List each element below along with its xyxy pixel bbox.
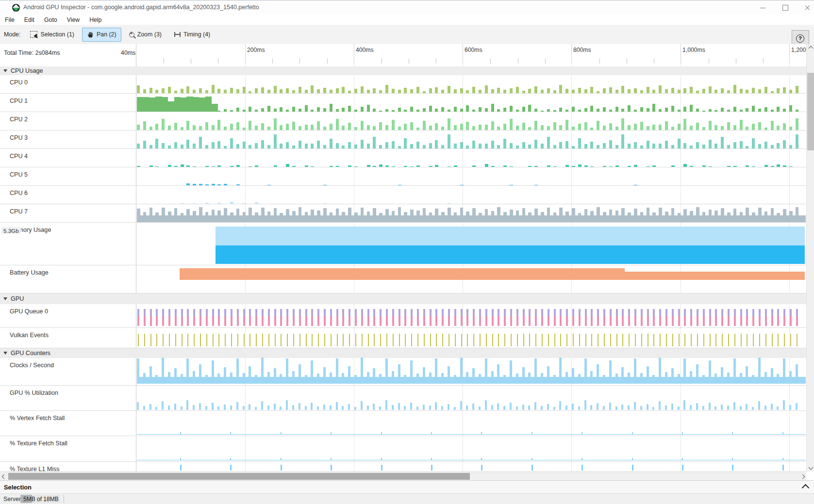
track-label[interactable]: Clocks / Second	[10, 362, 54, 369]
track-row-clocks-second[interactable]: Clocks / Second	[0, 358, 806, 386]
minimize-button[interactable]	[751, 0, 774, 15]
vertical-scroll-thumb[interactable]	[807, 73, 814, 150]
mode-button-pan[interactable]: Pan (2)	[82, 28, 121, 42]
track-label[interactable]: CPU 3	[10, 134, 28, 141]
track-label[interactable]: % Vertex Fetch Stall	[10, 415, 65, 422]
track-row-cpu-5[interactable]: CPU 5	[0, 167, 806, 186]
ruler-minor-tick	[763, 59, 764, 64]
total-time-label: Total Time: 2s084ms	[4, 49, 60, 56]
track-chart-vertex-fetch-stall[interactable]	[136, 411, 806, 436]
usage-bar	[727, 166, 731, 167]
track-row-cpu-2[interactable]: CPU 2	[0, 112, 806, 130]
track-row-vulkan-events[interactable]: Vulkan Events	[0, 328, 806, 348]
track-row-cpu-0[interactable]: CPU 0	[0, 75, 806, 94]
gpu-queue-slice-top	[566, 309, 568, 316]
vulkan-event-tick	[616, 334, 617, 346]
track-chart-cpu-5[interactable]	[136, 167, 806, 185]
mode-button-timing[interactable]: Timing (4)	[169, 28, 215, 41]
timeline-ruler[interactable]: Total Time: 2s084ms 40ms 200ms400ms600ms…	[0, 44, 814, 64]
usage-bar	[634, 124, 637, 130]
scroll-right-button[interactable]	[798, 472, 806, 481]
vertical-scrollbar[interactable]	[806, 44, 814, 471]
track-chart-cpu-0[interactable]	[136, 75, 806, 93]
menu-item-goto[interactable]: Goto	[39, 16, 62, 24]
maximize-button[interactable]	[774, 0, 796, 15]
gpu-queue-slice-top	[137, 309, 139, 316]
track-chart-cpu-6[interactable]	[136, 186, 806, 204]
scroll-down-button[interactable]	[807, 463, 814, 471]
track-label[interactable]: % Texture Fetch Stall	[10, 440, 67, 447]
track-chart-clocks-second[interactable]	[136, 358, 806, 385]
track-label[interactable]: % Texture L1 Miss	[10, 466, 60, 471]
track-row-cpu-3[interactable]: CPU 3	[0, 130, 806, 149]
gpu-queue-slice-bottom	[721, 316, 723, 326]
track-row-cpu-7[interactable]: CPU 7	[0, 204, 806, 223]
track-label[interactable]: CPU 4	[10, 153, 28, 160]
track-row-gpu-utilization[interactable]: GPU % Utilization	[0, 386, 806, 411]
usage-bar	[255, 165, 258, 167]
track-chart-cpu-7[interactable]	[136, 204, 806, 222]
track-chart-vulkan-events[interactable]	[136, 328, 806, 348]
track-row-texture-l1-miss[interactable]: % Texture L1 Miss	[0, 462, 806, 471]
gpu-queue-slice-bottom	[678, 316, 680, 326]
track-label[interactable]: Vulkan Events	[10, 332, 49, 339]
horizontal-scrollbar[interactable]	[0, 471, 806, 481]
track-chart-cpu-3[interactable]	[136, 130, 806, 148]
menu-item-edit[interactable]: Edit	[19, 16, 39, 24]
section-header-gpu-counters[interactable]: GPU Counters	[0, 348, 806, 358]
horizontal-scroll-thumb[interactable]	[8, 473, 470, 480]
track-label[interactable]: GPU Queue 0	[10, 308, 48, 315]
counter-spike	[454, 375, 456, 384]
track-row-battery-usage[interactable]: Battery Usage	[0, 265, 806, 293]
counter-spike	[678, 374, 680, 384]
track-row-cpu-1[interactable]: CPU 1	[0, 94, 806, 112]
scroll-up-button[interactable]	[807, 44, 814, 52]
track-label[interactable]: CPU 7	[10, 208, 28, 215]
menu-item-help[interactable]: Help	[84, 16, 106, 24]
chevron-up-icon[interactable]	[802, 484, 810, 492]
track-chart-cpu-4[interactable]	[136, 149, 806, 167]
section-header-cpu-usage[interactable]: CPU Usage	[0, 66, 806, 75]
collapse-arrow-icon[interactable]	[3, 297, 7, 300]
mode-button-selection[interactable]: Selection (1)	[25, 28, 79, 41]
gpu-queue-slice-bottom	[597, 316, 599, 326]
track-label[interactable]: CPU 5	[10, 171, 28, 178]
gpu-queue-slice-top	[305, 309, 307, 316]
selection-panel-header[interactable]: Selection	[0, 480, 814, 494]
menu-item-file[interactable]: File	[0, 16, 19, 24]
track-row-texture-fetch-stall[interactable]: % Texture Fetch Stall	[0, 436, 806, 462]
track-row-gpu-queue-0[interactable]: GPU Queue 0	[0, 304, 806, 328]
vulkan-event-tick	[573, 334, 574, 346]
section-header-gpu[interactable]: GPU	[0, 293, 806, 304]
collapse-arrow-icon[interactable]	[3, 69, 7, 72]
track-chart-cpu-2[interactable]	[136, 112, 806, 130]
track-row-memory-usage[interactable]: Memory Usage5.3Gb	[0, 223, 806, 265]
usage-bar	[678, 110, 681, 112]
mode-button-zoom[interactable]: Zoom (3)	[124, 28, 166, 41]
track-label[interactable]: CPU 1	[10, 98, 28, 104]
track-label[interactable]: CPU 6	[10, 190, 28, 196]
track-label[interactable]: Battery Usage	[10, 269, 49, 276]
track-label[interactable]: CPU 2	[10, 116, 28, 123]
track-chart-texture-l1-miss[interactable]	[136, 462, 806, 471]
track-label[interactable]: CPU 0	[10, 79, 28, 86]
usage-bar	[702, 127, 705, 130]
scroll-left-button[interactable]	[0, 472, 8, 481]
track-chart-battery-usage[interactable]	[136, 265, 806, 293]
track-row-cpu-4[interactable]: CPU 4	[0, 149, 806, 167]
close-button[interactable]	[796, 0, 814, 15]
track-chart-cpu-1[interactable]	[136, 94, 806, 112]
menu-item-view[interactable]: View	[62, 16, 84, 24]
timeline-tracks[interactable]: CPU UsageCPU 0CPU 1CPU 2CPU 3CPU 4CPU 5C…	[0, 64, 806, 471]
track-row-vertex-fetch-stall[interactable]: % Vertex Fetch Stall	[0, 411, 806, 436]
track-chart-texture-fetch-stall[interactable]	[136, 436, 806, 461]
usage-bar	[665, 211, 668, 222]
track-row-cpu-6[interactable]: CPU 6	[0, 186, 806, 204]
track-label[interactable]: GPU % Utilization	[10, 390, 58, 396]
usage-bar	[584, 209, 588, 222]
vulkan-event-tick	[455, 334, 456, 346]
track-chart-gpu-queue-0[interactable]	[136, 304, 806, 327]
collapse-arrow-icon[interactable]	[3, 352, 7, 355]
track-chart-memory-usage[interactable]	[136, 223, 806, 265]
track-chart-gpu-utilization[interactable]	[136, 386, 806, 410]
